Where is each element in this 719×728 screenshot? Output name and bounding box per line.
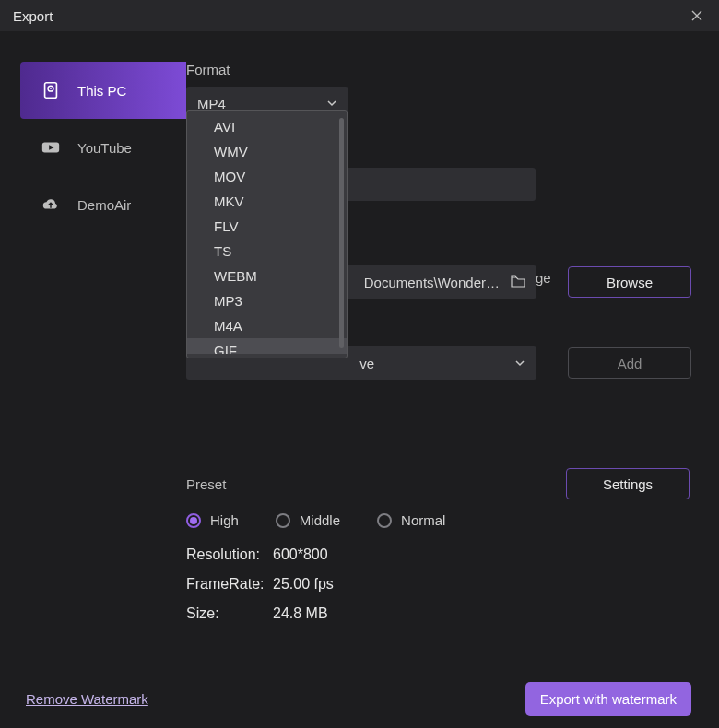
preset-radio-label: High: [210, 512, 239, 528]
sidebar-item-this-pc[interactable]: This PC: [20, 62, 186, 119]
format-dropdown: AVI WMV MOV MKV FLV TS WEBM MP3 M4A GIF: [186, 110, 348, 358]
folder-icon[interactable]: [511, 275, 525, 290]
format-option-mkv[interactable]: MKV: [187, 189, 347, 214]
format-option-ts[interactable]: TS: [187, 239, 347, 264]
framerate-value: 25.00 fps: [273, 576, 334, 593]
save-path-value: Documents\Wonder…: [364, 275, 500, 290]
framerate-label: FrameRate:: [186, 576, 273, 593]
language-value-partial: ve: [360, 356, 514, 371]
svg-point-2: [50, 88, 52, 89]
chevron-down-icon: [514, 356, 525, 371]
sidebar-item-label: DemoAir: [77, 197, 131, 213]
format-option-mp3[interactable]: MP3: [187, 288, 347, 313]
remove-watermark-link[interactable]: Remove Watermark: [26, 691, 148, 707]
window-title: Export: [13, 8, 53, 24]
sidebar-item-label: This PC: [77, 83, 126, 99]
settings-button[interactable]: Settings: [566, 468, 690, 499]
format-option-m4a[interactable]: M4A: [187, 313, 347, 338]
format-option-gif[interactable]: GIF: [187, 338, 347, 354]
preset-radio-label: Middle: [300, 512, 340, 528]
close-icon[interactable]: [688, 5, 706, 28]
resolution-label: Resolution:: [186, 546, 273, 563]
size-label: Size:: [186, 605, 273, 622]
format-selected-value: MP4: [197, 96, 226, 112]
format-option-wmv[interactable]: WMV: [187, 139, 347, 164]
pc-icon: [41, 80, 61, 100]
youtube-icon: [41, 137, 61, 158]
chevron-down-icon: [326, 96, 337, 112]
resolution-value: 600*800: [273, 546, 328, 563]
format-option-mov[interactable]: MOV: [187, 164, 347, 189]
sidebar: This PC YouTube DemoAir: [0, 31, 186, 669]
size-value: 24.8 MB: [273, 605, 328, 622]
radio-icon: [377, 513, 392, 528]
preset-radio-normal[interactable]: Normal: [377, 512, 445, 528]
radio-icon: [276, 513, 290, 528]
format-option-flv[interactable]: FLV: [187, 214, 347, 239]
preset-radio-high[interactable]: High: [186, 512, 239, 528]
svg-rect-0: [45, 83, 57, 99]
sidebar-item-youtube[interactable]: YouTube: [20, 119, 186, 176]
radio-icon: [186, 513, 201, 528]
preset-radio-middle[interactable]: Middle: [276, 512, 340, 528]
preset-radio-label: Normal: [401, 512, 445, 528]
format-option-avi[interactable]: AVI: [187, 114, 347, 139]
add-button[interactable]: Add: [568, 347, 691, 379]
cloud-upload-icon: [41, 194, 61, 215]
format-option-webm[interactable]: WEBM: [187, 264, 347, 288]
sidebar-item-label: YouTube: [77, 140, 132, 156]
dropdown-scrollbar[interactable]: [339, 118, 344, 348]
preset-label: Preset: [186, 476, 226, 492]
export-button[interactable]: Export with watermark: [525, 682, 691, 716]
format-label: Format: [186, 62, 719, 77]
sidebar-item-demoair[interactable]: DemoAir: [20, 176, 186, 233]
language-label-partial: ge: [536, 270, 551, 286]
browse-button[interactable]: Browse: [568, 266, 691, 298]
